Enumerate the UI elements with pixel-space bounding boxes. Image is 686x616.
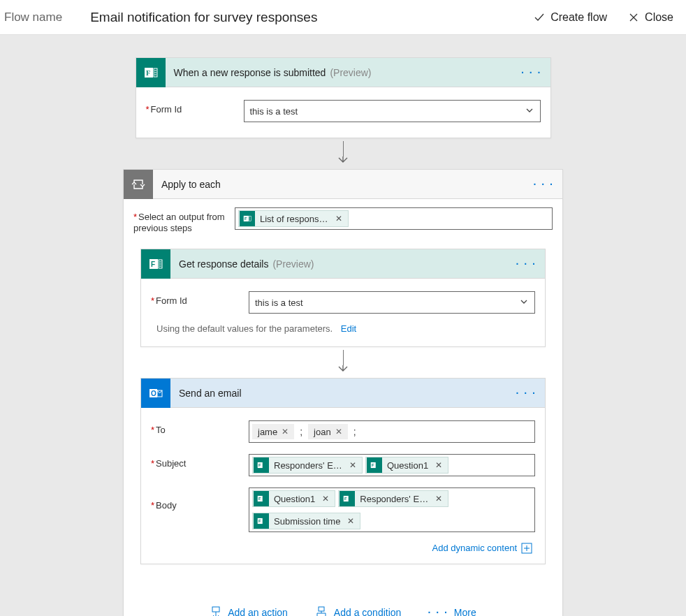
forms-icon: F [136,58,166,87]
send-email-menu[interactable]: · · · [516,388,537,399]
default-values-note: Using the default values for the paramet… [151,319,535,337]
add-action-icon [210,606,222,616]
svg-text:F: F [344,497,347,501]
forms-icon: F [367,457,382,473]
flow-name-label: Flow name [4,10,62,24]
forms-icon: F [141,249,170,279]
chevron-down-icon [525,105,534,117]
outlook-icon: O [141,379,170,408]
forms-icon: F [254,457,269,473]
trigger-menu[interactable]: · · · [521,67,541,78]
plus-box-icon [521,543,532,554]
flow-title[interactable]: Email notification for survey responses [90,10,534,25]
svg-text:F: F [258,520,261,524]
send-email-header[interactable]: O Send an email · · · [141,379,545,408]
add-condition-button[interactable]: Add a condition [314,606,402,616]
close-button[interactable]: Close [628,11,673,24]
svg-rect-8 [249,217,251,221]
loop-footer: Add an action Add a condition · · · More [133,606,553,616]
get-response-header[interactable]: F Get response details (Preview) · · · [141,249,545,279]
apply-to-each-header[interactable]: Apply to each · · · [124,170,562,199]
to-label: *To [151,420,249,435]
add-action-button[interactable]: Add an action [210,606,288,616]
token-question1[interactable]: F Question1 ✕ [365,457,448,474]
token-remove-icon[interactable]: ✕ [333,214,345,223]
forms-icon: F [240,211,255,226]
forms-icon: F [340,491,355,506]
subject-input[interactable]: F Responders' E… ✕ F Question1 ✕ [249,454,535,476]
token-remove-icon[interactable]: ✕ [331,427,346,437]
svg-text:F: F [245,217,247,221]
create-flow-button[interactable]: Create flow [534,11,607,24]
trigger-card: F When a new response is submitted (Prev… [136,57,551,138]
formid-value: this is a test [250,106,298,117]
apply-to-each-title: Apply to each [161,179,221,190]
to-input[interactable]: jame✕ ; joan✕ ; [249,420,535,443]
add-dynamic-content-link[interactable]: Add dynamic content [432,543,532,554]
svg-rect-31 [212,607,219,612]
token-submission-time[interactable]: F Submission time ✕ [252,513,360,529]
svg-text:F: F [258,497,261,501]
select-output-input[interactable]: F List of respons… ✕ [235,207,553,230]
flow-canvas: F When a new response is submitted (Prev… [0,35,686,616]
svg-rect-33 [319,607,324,611]
send-email-card: O Send an email · · · *To jame✕ ; joan✕ [140,378,546,564]
token-remove-icon[interactable]: ✕ [346,460,359,470]
body-input[interactable]: F Question1 ✕ F Responders' E… ✕ [249,487,535,532]
apply-to-each-card: Apply to each · · · *Select an output fr… [123,169,563,616]
svg-text:F: F [146,69,150,77]
token-responders-email[interactable]: F Responders' E… ✕ [252,457,363,474]
subject-label: *Subject [151,454,249,469]
close-label: Close [645,11,673,24]
chevron-down-icon [519,297,529,309]
send-email-title: Send an email [179,388,242,399]
trigger-preview: (Preview) [330,67,371,78]
svg-text:F: F [372,464,374,468]
select-output-label: *Select an output from previous steps [133,207,235,233]
token-remove-icon[interactable]: ✕ [319,494,332,504]
token-responders-email[interactable]: F Responders' E… ✕ [338,490,448,507]
arrow-down-icon [337,156,349,165]
formid-select[interactable]: this is a test [244,100,541,122]
token-question1[interactable]: F Question1 ✕ [252,490,335,507]
close-icon [628,12,639,23]
get-response-menu[interactable]: · · · [516,258,537,270]
token-remove-icon[interactable]: ✕ [432,494,445,504]
add-condition-icon [314,606,328,616]
recipient-token[interactable]: jame✕ [252,424,294,439]
body-label: *Body [151,487,249,511]
forms-icon: F [254,491,269,506]
getresp-formid-label: *Form Id [151,291,249,306]
token-remove-icon[interactable]: ✕ [277,427,293,437]
get-response-title: Get response details [179,258,268,270]
token-remove-icon[interactable]: ✕ [432,460,445,470]
recipient-token[interactable]: joan✕ [308,424,348,439]
trigger-header[interactable]: F When a new response is submitted (Prev… [136,58,550,87]
getresp-formid-select[interactable]: this is a test [249,291,535,314]
formid-label: *Form Id [146,100,244,115]
arrow-down-icon [337,365,349,374]
svg-text:F: F [151,261,155,268]
more-button[interactable]: · · · More [428,606,476,616]
apply-to-each-menu[interactable]: · · · [534,179,554,190]
create-flow-label: Create flow [550,11,607,24]
more-dots-icon: · · · [428,607,448,616]
connector-arrow [337,350,349,374]
edit-link[interactable]: Edit [341,323,356,334]
checkmark-icon [534,12,545,23]
svg-text:F: F [258,464,261,468]
get-response-details-card: F Get response details (Preview) · · · *… [140,249,546,347]
loop-icon [124,170,153,199]
svg-text:O: O [151,390,156,397]
token-list-of-responses[interactable]: F List of respons… ✕ [238,210,349,227]
trigger-title: When a new response is submitted [174,67,326,78]
token-remove-icon[interactable]: ✕ [344,516,357,526]
forms-icon: F [254,513,269,529]
topbar: Flow name Email notification for survey … [0,0,686,35]
get-response-preview: (Preview) [272,258,314,270]
connector-arrow [337,141,349,165]
